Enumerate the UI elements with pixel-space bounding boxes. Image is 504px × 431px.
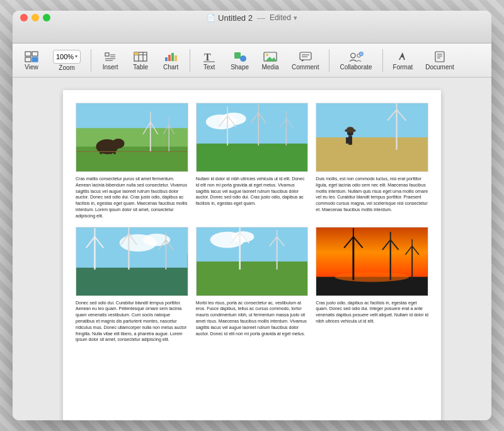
format-icon — [395, 50, 410, 63]
separator-4 — [382, 49, 383, 72]
svg-rect-40 — [76, 147, 188, 171]
minimize-button[interactable] — [32, 14, 39, 21]
document-icon — [432, 50, 447, 63]
media-button[interactable]: Media — [256, 48, 284, 73]
shape-label: Shape — [231, 64, 249, 71]
svg-rect-74 — [316, 103, 428, 137]
svg-marker-24 — [265, 57, 277, 61]
chart-icon — [163, 50, 178, 63]
zoom-value: 100% — [56, 53, 74, 60]
svg-rect-86 — [76, 267, 188, 295]
grid-cell-2: Nullam id dolor id nibh ultricies vehicu… — [196, 103, 309, 219]
svg-rect-113 — [316, 227, 428, 277]
svg-rect-0 — [25, 52, 31, 56]
svg-rect-102 — [197, 227, 308, 261]
table-button[interactable]: Table — [127, 48, 154, 73]
svg-point-47 — [112, 139, 125, 149]
content-area: Cras mattis consectetur purus sit amet f… — [13, 78, 491, 420]
cell-4-text: Donec sed odio dui. Curabitur blandit te… — [76, 300, 188, 343]
svg-point-23 — [266, 54, 268, 56]
insert-icon — [103, 50, 118, 63]
svg-rect-25 — [300, 52, 311, 60]
svg-rect-82 — [350, 137, 352, 144]
title-icon: 📄 — [207, 14, 215, 22]
grid-cell-6: Cras justo odio, dapibus ac facilisis in… — [316, 227, 428, 343]
collaborate-icon — [348, 50, 364, 63]
collaborate-label: Collaborate — [340, 64, 372, 71]
view-button[interactable]: View — [18, 48, 45, 73]
separator-1 — [91, 49, 91, 72]
document-label: Document — [425, 64, 454, 71]
separator-3 — [329, 49, 329, 72]
text-icon: T — [202, 50, 217, 63]
grid-cell-4: Donec sed odio dui. Curabitur blandit te… — [76, 227, 188, 343]
image-2 — [196, 103, 309, 172]
svg-rect-2 — [25, 57, 31, 62]
image-6 — [316, 227, 428, 296]
svg-rect-13 — [134, 52, 139, 55]
media-label: Media — [261, 64, 278, 71]
svg-point-84 — [346, 127, 354, 132]
chart-label: Chart — [163, 64, 178, 71]
table-icon — [133, 50, 148, 63]
svg-rect-45 — [110, 147, 112, 154]
separator-2 — [190, 49, 190, 72]
svg-rect-81 — [346, 137, 348, 144]
cell-5-text: Morbi leo risus, porta ac consectetur ac… — [196, 300, 309, 337]
format-button[interactable]: Format — [388, 48, 418, 73]
image-3 — [316, 103, 428, 172]
comment-label: Comment — [292, 64, 319, 71]
svg-rect-20 — [234, 52, 241, 59]
cell-6-text: Cras justo odio, dapibus ac facilisis in… — [316, 300, 428, 325]
chart-button[interactable]: Chart — [157, 48, 185, 73]
image-grid: Cras mattis consectetur purus sit amet f… — [76, 103, 428, 343]
svg-rect-15 — [168, 55, 171, 61]
application-window: 📄 Untitled 2 — Edited ▾ View — [13, 11, 491, 420]
svg-rect-43 — [100, 147, 102, 154]
svg-marker-26 — [302, 60, 304, 62]
svg-rect-1 — [32, 52, 38, 56]
view-icon — [24, 50, 39, 63]
cell-3-text: Duis mollis, est non commodo luctus, nis… — [316, 176, 428, 213]
comment-button[interactable]: Comment — [287, 48, 324, 73]
zoom-dropdown-icon: ▾ — [75, 54, 77, 59]
document-page: Cras mattis consectetur purus sit amet f… — [63, 90, 441, 420]
titlebar: 📄 Untitled 2 — Edited ▾ — [13, 11, 491, 43]
svg-point-29 — [351, 53, 355, 57]
svg-rect-3 — [32, 57, 38, 62]
svg-rect-44 — [106, 147, 108, 154]
document-button[interactable]: Document — [420, 48, 459, 73]
svg-rect-35 — [435, 52, 444, 62]
svg-rect-14 — [165, 57, 168, 61]
maximize-button[interactable] — [43, 14, 50, 21]
image-4 — [76, 227, 188, 296]
view-label: View — [25, 64, 38, 71]
grid-cell-1: Cras mattis consectetur purus sit amet f… — [76, 103, 188, 219]
window-title: 📄 Untitled 2 — Edited ▾ — [207, 13, 297, 23]
svg-point-21 — [240, 55, 246, 62]
insert-button[interactable]: Insert — [96, 48, 124, 73]
close-button[interactable] — [20, 14, 28, 21]
grid-cell-3: Duis mollis, est non commodo luctus, nis… — [316, 103, 428, 219]
collaborate-button[interactable]: Collaborate — [335, 48, 377, 73]
format-label: Format — [393, 64, 413, 71]
zoom-label: Zoom — [59, 64, 75, 71]
dropdown-icon: ▾ — [294, 14, 297, 22]
svg-text:T: T — [204, 52, 211, 62]
window-controls — [20, 14, 50, 21]
media-icon — [263, 50, 278, 63]
image-5 — [196, 227, 309, 296]
toolbar: View 100% ▾ Zoom Insert — [13, 43, 491, 78]
titlebar-top: 📄 Untitled 2 — Edited ▾ — [13, 11, 491, 25]
zoom-button[interactable]: 100% ▾ Zoom — [48, 47, 86, 74]
cell-2-text: Nullam id dolor id nibh ultricies vehicu… — [196, 176, 309, 207]
insert-label: Insert — [103, 64, 118, 71]
svg-rect-17 — [175, 55, 177, 61]
cell-1-text: Cras mattis consectetur purus sit amet f… — [76, 176, 188, 219]
edit-status: Edited — [270, 13, 291, 22]
text-label: Text — [203, 64, 215, 71]
svg-rect-4 — [105, 53, 109, 56]
text-button[interactable]: T Text — [195, 48, 223, 73]
shape-button[interactable]: Shape — [226, 48, 254, 73]
svg-rect-58 — [197, 144, 308, 171]
